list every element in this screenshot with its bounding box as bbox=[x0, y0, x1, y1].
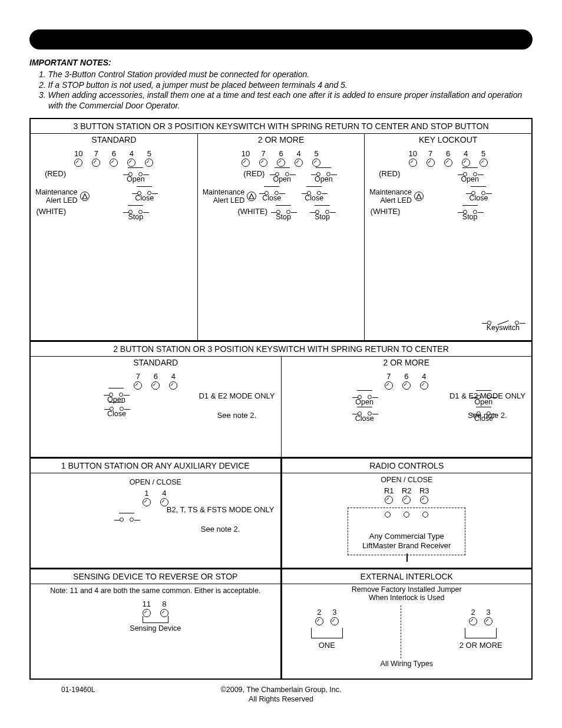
mode-label: D1 & E2 MODE ONLY bbox=[449, 391, 525, 400]
wire-color-white: (WHITE) bbox=[365, 207, 400, 216]
section-2btn-title: 2 BUTTON STATION OR 3 POSITION KEYSWITCH… bbox=[31, 342, 531, 356]
notes-list: 1. The 3-Button Control Station provided… bbox=[29, 70, 533, 111]
keyswitch-icon: Keyswitch bbox=[487, 321, 520, 332]
receiver-box: Any Commercial Type LiftMaster Brand Rec… bbox=[348, 508, 465, 555]
section-radio-title: RADIO CONTROLS bbox=[282, 459, 532, 473]
mode-label: B2, T, TS & FSTS MODE ONLY bbox=[167, 505, 275, 514]
mode-label: D1 & E2 MODE ONLY bbox=[199, 391, 275, 400]
switch-stop: Stop bbox=[128, 209, 143, 221]
alert-led-icon bbox=[80, 192, 90, 201]
important-notes: IMPORTANT NOTES: 1. The 3-Button Control… bbox=[29, 58, 533, 111]
col-1btn: OPEN / CLOSE 1 4 B2, T, TS & FSTS MODE O… bbox=[31, 473, 282, 568]
col-title: KEY LOCKOUT bbox=[365, 134, 531, 147]
section-3btn-title: 3 BUTTON STATION OR 3 POSITION KEYSWITCH… bbox=[31, 119, 531, 133]
switch-close: Close bbox=[135, 190, 154, 202]
col-2btn-2ormore: 2 OR MORE 7 6 4 Open Open Close Close D1… bbox=[282, 357, 532, 457]
col-radio: OPEN / CLOSE R1 R2 R3 Any Commercial Typ… bbox=[282, 473, 532, 568]
wiring-diagram-box: 3 BUTTON STATION OR 3 POSITION KEYSWITCH… bbox=[29, 118, 533, 680]
col-3btn-keylockout: KEY LOCKOUT 10 7 6 4 5 (RED) Open Mainte… bbox=[365, 134, 531, 340]
col-interlock: Remove Factory Installed Jumper When Int… bbox=[282, 584, 532, 678]
mode-note: See note 2. bbox=[449, 411, 525, 420]
alert-led-icon bbox=[414, 192, 424, 201]
mode-note: See note 2. bbox=[199, 411, 275, 420]
svg-marker-0 bbox=[82, 194, 87, 199]
col-title: 2 OR MORE bbox=[198, 134, 365, 147]
section-1btn-title: 1 BUTTON STATION OR ANY AUXILIARY DEVICE bbox=[31, 459, 280, 473]
notes-heading: IMPORTANT NOTES: bbox=[29, 58, 533, 67]
header-bar bbox=[29, 29, 533, 50]
terminal-strip: 10 7 6 4 5 bbox=[198, 149, 365, 167]
copyright: ©2009, The Chamberlain Group, Inc. bbox=[29, 686, 533, 695]
note-item: 3. When adding accessories, install them… bbox=[39, 90, 533, 111]
mode-note: See note 2. bbox=[167, 525, 275, 533]
switch-open: Open bbox=[127, 172, 145, 183]
col-sensing: Note: 11 and 4 are both the same common.… bbox=[31, 584, 282, 678]
svg-marker-1 bbox=[249, 194, 254, 199]
wire-color-red: (RED) bbox=[365, 169, 400, 178]
section-sensing-title: SENSING DEVICE TO REVERSE OR STOP bbox=[31, 569, 280, 584]
rights: All Rights Reserved bbox=[29, 695, 533, 704]
terminal-strip: 10 7 6 4 5 bbox=[365, 149, 531, 167]
col-title: STANDARD bbox=[31, 134, 197, 147]
alert-led-icon bbox=[247, 192, 256, 201]
wire-color-white: (WHITE) bbox=[31, 207, 66, 216]
wire-color-white: (WHITE) bbox=[232, 207, 267, 216]
wire-color-red: (RED) bbox=[31, 169, 66, 178]
section-interlock-title: EXTERNAL INTERLOCK bbox=[282, 569, 532, 584]
note-item: 1. The 3-Button Control Station provided… bbox=[39, 70, 533, 80]
terminal-strip: 10 7 6 4 5 bbox=[31, 149, 197, 167]
col-3btn-2ormore: 2 OR MORE 10 7 6 4 5 (RED) Open Open Mai… bbox=[198, 134, 365, 340]
document-number: 01-19460L bbox=[61, 686, 95, 694]
col-3btn-standard: STANDARD 10 7 6 4 5 (RED) Open Maintenan… bbox=[31, 134, 198, 340]
svg-marker-2 bbox=[416, 194, 421, 199]
sensing-device-label: Sensing Device bbox=[31, 624, 280, 633]
wire-color-red: (RED) bbox=[229, 169, 265, 178]
col-2btn-standard: STANDARD 7 6 4 Open Close D1 & E2 MODE O… bbox=[31, 357, 282, 457]
footer: ©2009, The Chamberlain Group, Inc. All R… bbox=[29, 686, 533, 704]
note-item: 2. If a STOP button is not used, a jumpe… bbox=[39, 80, 533, 91]
